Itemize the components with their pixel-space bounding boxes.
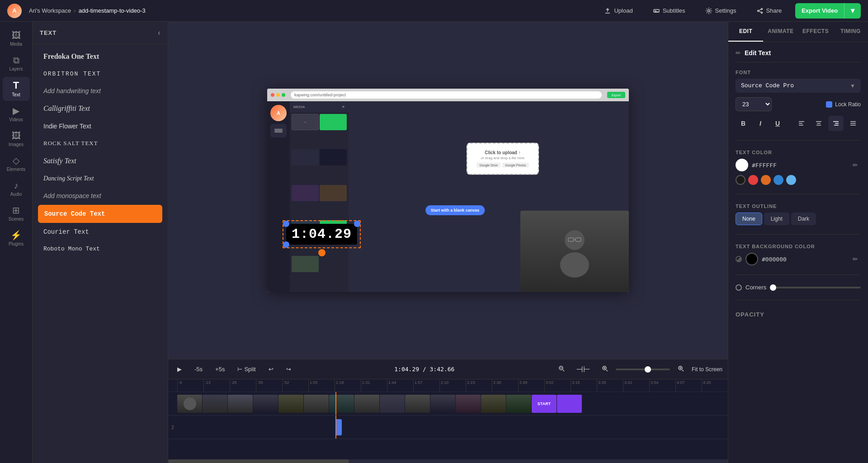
sidebar-item-text[interactable]: T Text: [3, 77, 30, 101]
align-justify-button[interactable]: [845, 116, 861, 131]
svg-line-15: [563, 370, 564, 371]
text-panel-close-button[interactable]: ‹: [158, 28, 160, 38]
settings-button[interactable]: Settings: [699, 5, 743, 17]
text-track-item[interactable]: [335, 419, 342, 435]
text-item-monospace[interactable]: Add monospace text: [38, 188, 162, 204]
elements-icon: ◇: [13, 156, 19, 165]
tab-edit[interactable]: EDIT: [728, 22, 763, 42]
export-arrow-button[interactable]: ▼: [844, 3, 861, 19]
edit-text-header: ✏ Edit Text: [736, 49, 861, 62]
canvas-container[interactable]: kapwing.com/untitled-project Export A: [168, 22, 728, 359]
forward-5s-button[interactable]: +5s: [212, 364, 228, 374]
text-item-fredoka[interactable]: Fredoka One Text: [38, 48, 162, 65]
images-icon: 🖼: [12, 131, 21, 140]
outline-light-button[interactable]: Light: [764, 213, 789, 225]
track-content-2[interactable]: [177, 418, 728, 436]
sidebar-item-layers[interactable]: ⧉ Layers: [3, 52, 30, 75]
subtitles-button[interactable]: Subtitles: [646, 5, 692, 17]
underline-button[interactable]: U: [770, 116, 785, 131]
lock-ratio[interactable]: Lock Ratio: [826, 101, 861, 108]
bold-button[interactable]: B: [736, 116, 751, 131]
sidebar-item-images[interactable]: 🖼 Images: [3, 128, 30, 151]
opacity-label: OPACITY: [736, 311, 861, 318]
browser-chrome: kapwing.com/untitled-project Export: [267, 89, 629, 101]
zoom-slider[interactable]: [616, 369, 670, 370]
timeline-time: 1:04.29 / 3:42.66: [300, 366, 549, 373]
zoom-out-button[interactable]: [554, 363, 569, 375]
fit-to-screen-button[interactable]: Fit to Screen: [692, 366, 722, 373]
sidebar-item-media[interactable]: 🖼 Media: [3, 27, 30, 50]
start-blank-btn: Start with a blank canvas: [425, 205, 485, 215]
align-left-button[interactable]: [794, 116, 809, 131]
text-item-indie[interactable]: Indie Flower Text: [38, 118, 162, 134]
sidebar-item-scenes[interactable]: ⊞ Scenes: [3, 202, 30, 225]
timeline-zoom-toggle[interactable]: ⊣⊢: [572, 363, 594, 376]
text-item-courier[interactable]: Courier Text: [38, 224, 162, 240]
sidebar-item-plugins[interactable]: ⚡ Plugins: [3, 227, 30, 250]
inner-media-grid: +: [290, 112, 349, 292]
person-silhouette: [557, 224, 593, 279]
tab-effects[interactable]: EFFECTS: [798, 22, 833, 42]
text-item-satisfy[interactable]: Satisfy Text: [38, 152, 162, 170]
split-button[interactable]: ⊢ Split: [234, 364, 259, 374]
thumb-10: [405, 395, 430, 413]
text-item-orbitron[interactable]: Orbitron Text: [38, 66, 162, 82]
lock-ratio-checkbox[interactable]: [826, 101, 832, 108]
media-thumb-4: [292, 185, 319, 201]
add-media-btn: +: [292, 114, 319, 130]
timeline-scrollbar[interactable]: [168, 459, 728, 463]
outline-dark-button[interactable]: Dark: [791, 213, 816, 225]
text-panel-header: TEXT ‹: [33, 22, 168, 44]
text-item-sourcecode[interactable]: Source Code Text: [38, 205, 162, 223]
outline-none-button[interactable]: None: [736, 213, 762, 225]
bg-color-swatch[interactable]: [745, 253, 758, 265]
text-item-calligraffiti[interactable]: Calligriffiti Text: [38, 100, 162, 117]
timestamp-textbox[interactable]: 1:04.29: [286, 224, 357, 245]
sidebar-item-elements[interactable]: ◇ Elements: [3, 152, 30, 175]
tab-timing[interactable]: TIMING: [833, 22, 868, 42]
divider-3: [736, 234, 861, 235]
handle-top-right-2[interactable]: [354, 221, 360, 227]
align-center-button[interactable]: [811, 116, 826, 131]
timestamp-container[interactable]: 1:04.29: [286, 224, 357, 245]
sidebar-item-audio[interactable]: ♪ Audio: [3, 177, 30, 200]
preset-light-blue[interactable]: [786, 175, 796, 185]
text-item-rocksalt[interactable]: Rock Salt Text: [38, 135, 162, 151]
export-main-button[interactable]: Export Video: [795, 4, 844, 18]
ruler-mark-354: 3:54: [649, 379, 675, 392]
undo-button[interactable]: ↩: [265, 364, 277, 374]
zoom-controls: ⊣⊢ Fit to Screen: [554, 363, 722, 376]
preset-red[interactable]: [748, 175, 758, 185]
export-button[interactable]: Export Video ▼: [795, 3, 861, 19]
italic-button[interactable]: I: [753, 116, 768, 131]
preset-orange[interactable]: [761, 175, 771, 185]
handle-bottom-left[interactable]: [283, 241, 289, 248]
workspace-name[interactable]: Ari's Workspace: [29, 7, 71, 14]
text-item-handwriting[interactable]: Add handwriting text: [38, 83, 162, 99]
bg-color-edit-button[interactable]: ✏: [850, 254, 861, 265]
preset-blue[interactable]: [774, 175, 783, 185]
preset-black[interactable]: [736, 175, 745, 185]
zoom-reset-button[interactable]: [674, 363, 688, 375]
rotate-handle[interactable]: [318, 249, 326, 256]
font-size-select[interactable]: 23 18 24 32: [736, 97, 772, 111]
share-button[interactable]: Share: [750, 5, 788, 17]
sidebar-item-audio-label: Audio: [10, 192, 22, 197]
corners-slider[interactable]: [770, 287, 861, 288]
zoom-in-button[interactable]: [598, 363, 612, 375]
sidebar-item-videos[interactable]: ▶ Videos: [3, 103, 30, 126]
font-selector[interactable]: Source Code Pro ▼: [736, 79, 861, 93]
align-right-button[interactable]: [828, 116, 844, 131]
handle-top-left[interactable]: [283, 221, 289, 227]
back-5s-button[interactable]: -5s: [191, 364, 206, 374]
redo-button[interactable]: ↪: [283, 364, 295, 374]
text-item-roboto[interactable]: Roboto Mono Text: [38, 241, 162, 257]
text-color-edit-button[interactable]: ✏: [850, 160, 861, 170]
upload-button[interactable]: Upload: [598, 5, 639, 17]
scrollbar-thumb[interactable]: [168, 459, 349, 463]
track-content-1[interactable]: START: [177, 395, 728, 413]
play-button[interactable]: ▶: [174, 364, 185, 374]
text-color-swatch[interactable]: [736, 159, 748, 171]
tab-animate[interactable]: ANIMATE: [763, 22, 798, 42]
text-item-dancing[interactable]: Dancing Script Text: [38, 170, 162, 187]
